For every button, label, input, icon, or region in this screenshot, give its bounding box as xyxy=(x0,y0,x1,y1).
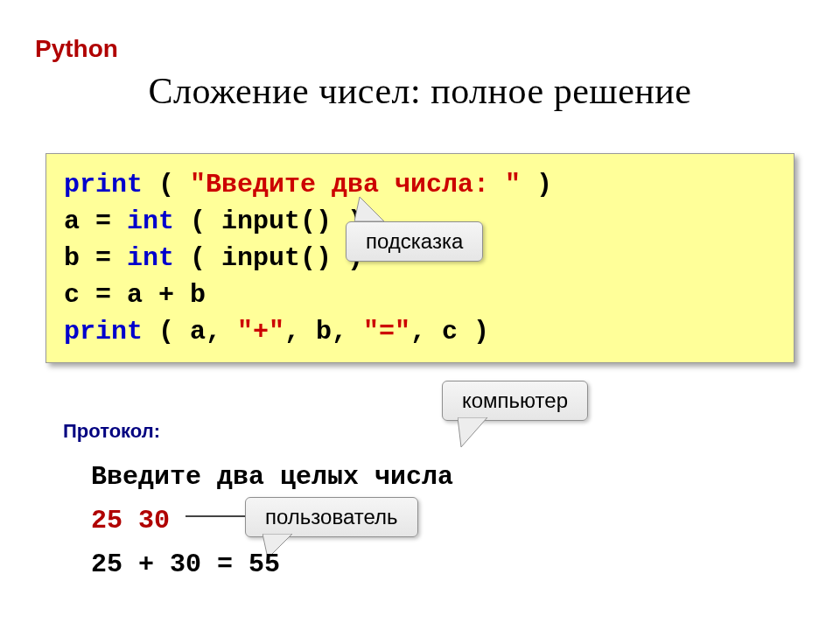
callout-computer-label: компьютер xyxy=(462,388,568,412)
callout-hint: подсказка xyxy=(346,221,483,262)
code-line-5: print ( a, "+", b, "=", c ) xyxy=(64,313,776,350)
code-line-4: c = a + b xyxy=(64,276,776,313)
kw-print: print xyxy=(64,170,143,200)
language-label: Python xyxy=(35,35,118,63)
protocol-label: Протокол: xyxy=(63,420,160,443)
kw-int: int xyxy=(127,206,174,236)
protocol-block: Введите два целых числа 25 30 25 + 30 = … xyxy=(91,455,453,586)
slide: Python Сложение чисел: полное решение pr… xyxy=(0,0,840,630)
callout-computer: компьютер xyxy=(442,381,588,421)
callout-hint-tail xyxy=(354,197,389,223)
callout-hint-label: подсказка xyxy=(366,229,463,253)
protocol-line-3: 25 + 30 = 55 xyxy=(91,542,453,586)
kw-print: print xyxy=(64,317,143,346)
protocol-line-2: 25 30 xyxy=(91,499,453,542)
kw-int: int xyxy=(127,243,174,273)
svg-marker-1 xyxy=(458,417,487,447)
string-literal: "Введите два числа: " xyxy=(190,170,521,200)
protocol-line-1: Введите два целых числа xyxy=(91,455,453,499)
slide-title: Сложение чисел: полное решение xyxy=(0,70,840,112)
code-line-1: print ( "Введите два числа: " ) xyxy=(64,166,776,203)
svg-marker-0 xyxy=(354,197,384,221)
callout-computer-tail xyxy=(458,417,493,447)
